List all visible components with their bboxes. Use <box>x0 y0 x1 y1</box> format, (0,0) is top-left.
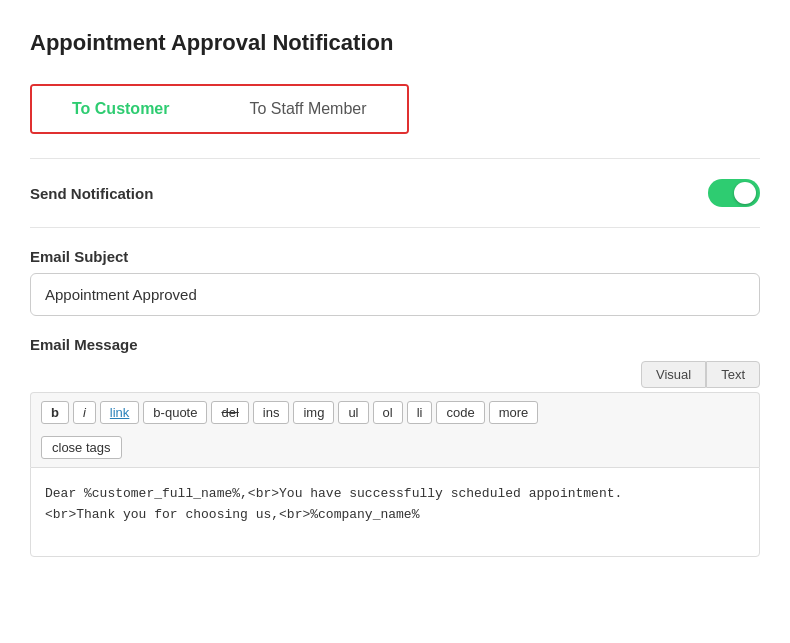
email-message-label: Email Message <box>30 336 760 353</box>
toolbar-link[interactable]: link <box>100 401 140 424</box>
send-notification-toggle[interactable] <box>708 179 760 207</box>
email-subject-label: Email Subject <box>30 248 760 265</box>
toolbar-img[interactable]: img <box>293 401 334 424</box>
toolbar-del[interactable]: del <box>211 401 248 424</box>
email-subject-input[interactable] <box>30 273 760 316</box>
tabs-container: To Customer To Staff Member <box>30 84 409 134</box>
toolbar-bquote[interactable]: b-quote <box>143 401 207 424</box>
close-tags-button[interactable]: close tags <box>41 436 122 459</box>
editor-content[interactable]: Dear %customer_full_name%,<br>You have s… <box>30 467 760 557</box>
tab-to-customer[interactable]: To Customer <box>32 86 209 132</box>
toolbar-ul[interactable]: ul <box>338 401 368 424</box>
toolbar-bold[interactable]: b <box>41 401 69 424</box>
section-divider-2 <box>30 227 760 228</box>
close-tags-row: close tags <box>30 432 760 467</box>
page-title: Appointment Approval Notification <box>30 30 760 56</box>
email-subject-section: Email Subject <box>30 248 760 336</box>
toolbar-ins[interactable]: ins <box>253 401 290 424</box>
send-notification-row: Send Notification <box>30 179 760 207</box>
view-tab-text[interactable]: Text <box>706 361 760 388</box>
tab-to-staff-member[interactable]: To Staff Member <box>209 86 406 132</box>
editor-view-tabs: Visual Text <box>30 361 760 388</box>
toggle-slider <box>708 179 760 207</box>
view-tab-visual[interactable]: Visual <box>641 361 706 388</box>
section-divider <box>30 158 760 159</box>
toolbar-italic[interactable]: i <box>73 401 96 424</box>
toolbar-ol[interactable]: ol <box>373 401 403 424</box>
send-notification-label: Send Notification <box>30 185 153 202</box>
toolbar-code[interactable]: code <box>436 401 484 424</box>
toolbar-li[interactable]: li <box>407 401 433 424</box>
email-message-section: Email Message Visual Text b i link b-quo… <box>30 336 760 557</box>
toolbar-more[interactable]: more <box>489 401 539 424</box>
editor-toolbar: b i link b-quote del ins img ul ol li co… <box>30 392 760 432</box>
